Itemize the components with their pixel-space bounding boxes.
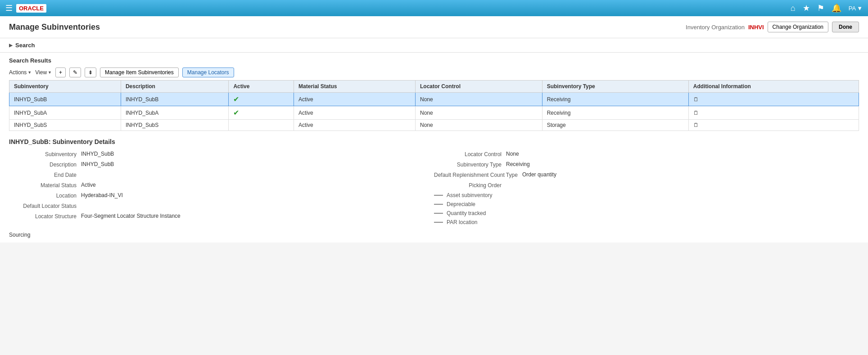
field-label: Default Replenishment Count Type <box>434 171 522 178</box>
star-icon[interactable]: ★ <box>803 3 810 13</box>
details-grid: SubinventoryINHYD_SubBDescriptionINHYD_S… <box>9 151 859 228</box>
additional-info-icon[interactable]: 🗒 <box>693 110 699 116</box>
table-cell: ✔ <box>229 93 294 106</box>
table-cell: INHYD_SubA <box>9 106 121 120</box>
picking-item: Asset subinventory <box>434 192 850 198</box>
subinventories-table: Subinventory Description Active Material… <box>9 80 859 131</box>
table-cell: 🗒 <box>688 93 859 106</box>
actions-group: Actions ▼ <box>9 69 32 76</box>
table-cell: None <box>415 120 542 131</box>
additional-info-icon[interactable]: 🗒 <box>693 122 699 128</box>
table-row[interactable]: INHYD_SubAINHYD_SubA✔ActiveNoneReceiving… <box>9 106 859 120</box>
toolbar: Actions ▼ View ▼ + ✎ ⇟ Manage Item Subin… <box>9 67 859 77</box>
table-cell: Active <box>294 120 416 131</box>
sourcing-label: Sourcing <box>9 232 30 238</box>
field-label: Subinventory <box>9 151 81 157</box>
detail-field-row: Locator ControlNone <box>434 151 850 157</box>
detail-field-row: End Date <box>9 171 425 178</box>
picking-order-section: Asset subinventoryDepreciableQuantity tr… <box>434 192 850 225</box>
home-icon[interactable]: ⌂ <box>791 4 796 13</box>
table-cell: Active <box>294 106 416 120</box>
table-cell: 🗒 <box>688 120 859 131</box>
table-cell: Receiving <box>542 93 688 106</box>
detail-field-row: Default Replenishment Count TypeOrder qu… <box>434 171 850 178</box>
field-value: Active <box>81 182 96 188</box>
hamburger-menu-icon[interactable]: ☰ <box>5 3 13 13</box>
view-dropdown-arrow[interactable]: ▼ <box>48 70 52 75</box>
details-section: INHYD_SubB: Subinventory Details Subinve… <box>9 138 859 238</box>
active-check-icon: ✔ <box>233 109 239 117</box>
details-right-column: Locator ControlNoneSubinventory TypeRece… <box>434 151 859 228</box>
field-value: Receiving <box>506 161 530 167</box>
field-value: Hyderabad-IN_VI <box>81 192 123 198</box>
dash-line <box>434 195 443 196</box>
search-section: ▶ Search <box>0 38 868 53</box>
done-button[interactable]: Done <box>832 22 859 32</box>
dash-line <box>434 204 443 205</box>
field-value: INHYD_SubB <box>81 151 114 157</box>
edit-button[interactable]: ✎ <box>69 67 81 77</box>
field-label: Location <box>9 192 81 199</box>
flag-icon[interactable]: ⚑ <box>817 3 824 13</box>
table-row[interactable]: INHYD_SubSINHYD_SubSActiveNoneStorage🗒 <box>9 120 859 131</box>
field-label: Locator Structure <box>9 213 81 220</box>
actions-dropdown-arrow[interactable]: ▼ <box>27 70 32 75</box>
table-row[interactable]: INHYD_SubBINHYD_SubB✔ActiveNoneReceiving… <box>9 93 859 106</box>
additional-info-icon[interactable]: 🗒 <box>693 96 699 103</box>
field-label: Locator Control <box>434 151 506 157</box>
bell-icon[interactable]: 🔔 <box>832 3 841 13</box>
col-header-subinventory: Subinventory <box>9 81 121 93</box>
details-title: INHYD_SubB: Subinventory Details <box>9 138 859 145</box>
picking-item: PAR location <box>434 219 850 225</box>
manage-locators-button[interactable]: Manage Locators <box>182 67 234 77</box>
search-toggle[interactable]: ▶ Search <box>9 42 859 49</box>
picking-item-label: Asset subinventory <box>447 192 492 198</box>
content-area: Search Results Actions ▼ View ▼ + ✎ ⇟ Ma… <box>0 53 868 243</box>
add-button[interactable]: + <box>55 67 66 77</box>
col-header-locator-control: Locator Control <box>415 81 542 93</box>
field-value: None <box>506 151 519 157</box>
detail-field-row: LocationHyderabad-IN_VI <box>9 192 425 199</box>
field-label: End Date <box>9 171 81 178</box>
user-dropdown-arrow[interactable]: ▼ <box>857 5 863 12</box>
user-menu-button[interactable]: PA ▼ <box>849 5 863 12</box>
detail-field-row: DescriptionINHYD_SubB <box>9 161 425 168</box>
page-title: Manage Subinventories <box>9 22 100 32</box>
top-bar-left: ☰ ORACLE <box>5 3 46 13</box>
actions-label: Actions <box>9 69 27 76</box>
field-label: Subinventory Type <box>434 161 506 168</box>
change-organization-button[interactable]: Change Organization <box>768 22 828 32</box>
view-label: View <box>35 69 47 76</box>
sourcing-row: Sourcing <box>9 232 859 238</box>
field-label: Default Locator Status <box>9 202 81 209</box>
col-header-additional-info: Additional Information <box>688 81 859 93</box>
field-value: INHYD_SubB <box>81 161 114 167</box>
page-header: Manage Subinventories Inventory Organiza… <box>0 16 868 38</box>
view-group: View ▼ <box>35 69 52 76</box>
table-cell: Receiving <box>542 106 688 120</box>
col-header-material-status: Material Status <box>294 81 416 93</box>
picking-item-label: Depreciable <box>447 201 475 207</box>
details-left-column: SubinventoryINHYD_SubBDescriptionINHYD_S… <box>9 151 434 228</box>
table-cell: INHYD_SubS <box>9 120 121 131</box>
header-right-section: Inventory Organization INHVI Change Orga… <box>686 22 859 32</box>
detail-field-row: Subinventory TypeReceiving <box>434 161 850 168</box>
detail-field-row: Locator StructureFour-Segment Locator St… <box>9 213 425 220</box>
dash-line <box>434 213 443 214</box>
org-label: Inventory Organization <box>686 24 745 31</box>
field-value: Order quantity <box>522 171 556 178</box>
search-expand-icon: ▶ <box>9 43 13 48</box>
detail-field-row: Picking Order <box>434 182 850 189</box>
manage-item-subinventories-button[interactable]: Manage Item Subinventories <box>100 67 179 77</box>
user-initials: PA <box>849 5 856 12</box>
table-cell: INHYD_SubB <box>9 93 121 106</box>
detach-button[interactable]: ⇟ <box>85 67 96 77</box>
table-cell: None <box>415 93 542 106</box>
detail-field-row: SubinventoryINHYD_SubB <box>9 151 425 157</box>
table-cell: Storage <box>542 120 688 131</box>
picking-item: Depreciable <box>434 201 850 207</box>
field-label: Picking Order <box>434 182 506 189</box>
table-cell: ✔ <box>229 106 294 120</box>
detail-field-row: Default Locator Status <box>9 202 425 209</box>
table-header-row: Subinventory Description Active Material… <box>9 81 859 93</box>
